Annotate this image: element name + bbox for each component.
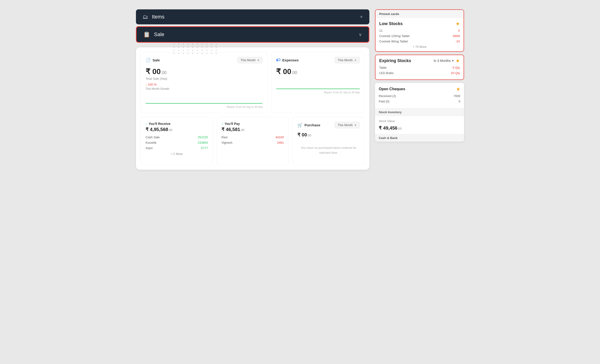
receive-amount: ₹ 4,95,568.00 <box>146 127 208 132</box>
sale-filter-dropdown[interactable]: This Month ▼ <box>237 57 262 63</box>
low-stocks-title-row: Low Stocks ★ <box>379 21 460 27</box>
sale-nav-icon: 📋 <box>143 31 150 38</box>
expenses-chart-line <box>276 89 360 89</box>
nav-items-label: Items <box>152 14 165 20</box>
expiring-stocks-inner: Expiring Stocks In 3 Months ▼ ★ Table 5 … <box>375 55 464 79</box>
right-panel-lower: Open Cheques ★ Received (2) 7000 Paid (0… <box>375 83 464 141</box>
low-stocks-count-row: 11 0 <box>379 29 460 32</box>
sale-growth-label: This Month Growth <box>146 87 262 91</box>
expiring-stocks-star-icon[interactable]: ★ <box>456 58 460 64</box>
pay-row-1-val: 2481 <box>277 141 284 144</box>
low-stocks-count-val: 0 <box>458 29 460 32</box>
expiring-filter-area: In 3 Months ▼ ★ <box>434 58 460 64</box>
pay-row-0-val: 44100 <box>275 135 284 139</box>
purchase-card-icon: 🛒 <box>297 122 303 128</box>
pay-row-1-label: Vignesh <box>222 141 233 144</box>
expiring-stocks-card: Expiring Stocks In 3 Months ▼ ★ Table 5 … <box>375 55 464 80</box>
open-cheques-star-icon[interactable]: ★ <box>456 86 460 92</box>
expiring-row-0: Table 5 Qty <box>379 66 460 69</box>
cash-bank-section: Cash & Bank <box>375 134 464 141</box>
open-cheques-received-val: 7000 <box>453 94 460 98</box>
pay-amount: ₹ 46,581.00 <box>222 127 284 132</box>
stock-inventory-section: Stock Inventory <box>375 108 464 116</box>
low-stocks-inner: Low Stocks ★ 11 0 Coxineb 120mg Tablet -… <box>375 18 464 51</box>
sale-card-title: 📄 Sale <box>146 58 160 63</box>
sale-card-icon: 📄 <box>146 58 151 63</box>
expenses-filter-dropdown[interactable]: This Month ▼ <box>335 57 360 63</box>
purchase-no-items: You have no purchased items entered for … <box>297 141 360 160</box>
expiring-row-1: LED Bulbs 20 Qty <box>379 71 460 75</box>
low-stocks-star-icon[interactable]: ★ <box>456 21 460 27</box>
expenses-chart: Report: From 01 Sep to 30 Sep <box>276 80 360 94</box>
sale-growth-badge: ↓ 100 % <box>146 83 262 86</box>
expiring-filter-arrow-icon: ▼ <box>452 59 454 62</box>
sale-amount: ₹ 00.00 <box>146 67 262 76</box>
receive-row-2-label: Arjun <box>146 146 153 150</box>
expiring-item-0-label: Table <box>379 66 386 69</box>
expiring-item-1-val: 20 Qty <box>451 71 460 75</box>
low-stocks-row-1: Coxineb 90mg Tablet -24 <box>379 40 460 43</box>
expenses-chart-report: Report: From 01 Sep to 30 Sep <box>324 91 360 94</box>
sale-chart: Report: From 01 Sep to 30 Sep <box>146 94 262 108</box>
sale-card-header: 📄 Sale This Month ▼ <box>146 57 262 63</box>
purchase-filter-arrow-icon: ▼ <box>354 124 357 127</box>
pay-arrow-icon: ↑ <box>222 122 223 126</box>
low-stocks-item-0-val: -6669 <box>452 34 460 38</box>
nav-items[interactable]: 🗂 Items + <box>136 9 369 24</box>
open-cheques-paid-label: Paid (0) <box>379 100 390 103</box>
purchase-card-title: 🛒 Purchase <box>297 122 320 128</box>
pay-row-1: Vignesh 2481 <box>222 141 284 144</box>
sale-filter-arrow-icon: ▼ <box>257 59 259 62</box>
bottom-row: ↓ You'll Receive ₹ 4,95,568.00 Cash Sale… <box>141 117 365 165</box>
open-cheques-paid-val: 0 <box>459 100 460 103</box>
open-cheques-title-row: Open Cheques ★ <box>379 86 460 92</box>
top-row: 📄 Sale This Month ▼ ₹ 00.00 Total Sale (… <box>141 52 365 113</box>
stock-value-label: Stock Value <box>379 119 460 123</box>
low-stocks-item-0-label: Coxineb 120mg Tablet <box>379 34 409 38</box>
receive-row-0-label: Cash Sale <box>146 135 159 139</box>
expenses-amount: ₹ 00.00 <box>276 67 360 76</box>
pay-card: ↑ You'll Pay ₹ 46,581.00 Ravi 44100 Vign… <box>216 117 289 165</box>
expenses-card-icon: 🏷 <box>276 58 280 63</box>
stock-value-card: Stock Value ₹ 49,456.00 <box>375 116 464 134</box>
purchase-card: 🛒 Purchase This Month ▼ ₹ 00.00 You have <box>292 117 365 165</box>
open-cheques-card: Open Cheques ★ Received (2) 7000 Paid (0… <box>375 83 464 108</box>
expenses-card-title: 🏷 Expenses <box>276 58 299 63</box>
stock-value-amount: ₹ 49,456.00 <box>379 125 460 131</box>
receive-row-2: Arjun 5777 <box>146 146 208 150</box>
low-stocks-row-0: Coxineb 120mg Tablet -6669 <box>379 34 460 38</box>
expenses-card: 🏷 Expenses This Month ▼ ₹ 00.00 <box>271 52 365 113</box>
items-nav-icon: 🗂 <box>142 14 148 20</box>
open-cheques-received-label: Received (2) <box>379 94 396 98</box>
expiring-item-1-label: LED Bulbs <box>379 71 394 75</box>
purchase-amount: ₹ 00.00 <box>297 132 360 138</box>
low-stocks-title: Low Stocks <box>379 21 403 26</box>
pay-title: ↑ You'll Pay <box>222 122 284 126</box>
pinned-low-stocks-card: Pinned cards Low Stocks ★ 11 0 Coxineb 1… <box>375 9 464 52</box>
expiring-filter-dropdown[interactable]: In 3 Months ▼ <box>434 59 454 63</box>
right-panel: Pinned cards Low Stocks ★ 11 0 Coxineb 1… <box>375 9 464 170</box>
sale-chart-line <box>146 103 262 103</box>
open-cheques-row-0: Received (2) 7000 <box>379 94 460 98</box>
receive-row-1-val: 233864 <box>198 141 208 144</box>
dashboard-cards: 📄 Sale This Month ▼ ₹ 00.00 Total Sale (… <box>136 47 369 170</box>
expenses-filter-arrow-icon: ▼ <box>354 59 357 62</box>
sale-card: 📄 Sale This Month ▼ ₹ 00.00 Total Sale (… <box>141 52 267 113</box>
expenses-card-header: 🏷 Expenses This Month ▼ <box>276 57 360 63</box>
low-stocks-item-1-label: Coxineb 90mg Tablet <box>379 40 408 43</box>
receive-row-0-val: 252225 <box>198 135 208 139</box>
receive-more[interactable]: + 2 More <box>146 152 208 156</box>
sale-chart-report: Report: From 01 Sep to 30 Sep <box>227 105 262 108</box>
expiring-title-row: Expiring Stocks In 3 Months ▼ ★ <box>379 58 460 64</box>
purchase-filter-dropdown[interactable]: This Month ▼ <box>335 122 360 128</box>
open-cheques-row-1: Paid (0) 0 <box>379 100 460 103</box>
open-cheques-title: Open Cheques <box>379 87 405 91</box>
receive-title: ↓ You'll Receive <box>146 122 208 126</box>
receive-row-2-val: 5777 <box>201 146 208 150</box>
nav-sale[interactable]: 📋 Sale ∨ <box>136 26 369 43</box>
purchase-card-header: 🛒 Purchase This Month ▼ <box>297 122 360 128</box>
low-stocks-more[interactable]: + 70 More <box>379 45 460 48</box>
sale-chevron-icon: ∨ <box>359 32 362 37</box>
pay-row-0: Ravi 44100 <box>222 135 284 139</box>
items-add-icon[interactable]: + <box>360 14 363 20</box>
